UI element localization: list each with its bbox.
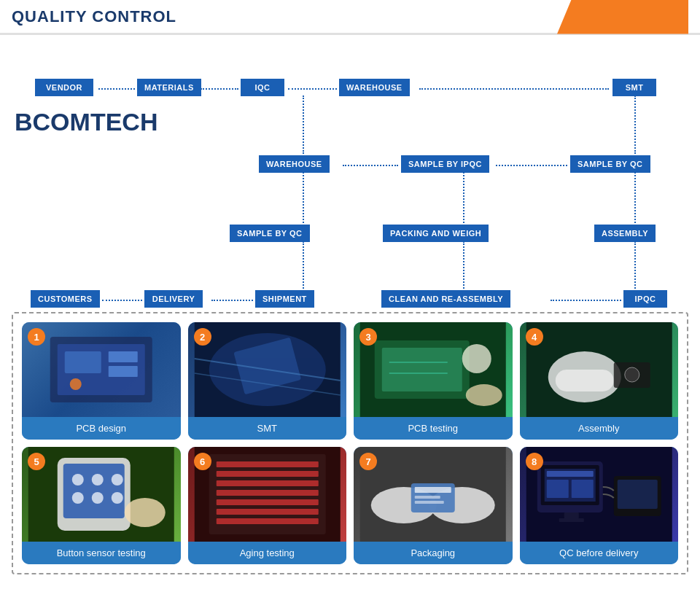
- node-assembly: ASSEMBLY: [594, 225, 656, 242]
- photo-card-smt: 2 SMT: [188, 322, 347, 440]
- svg-rect-40: [216, 509, 318, 515]
- flow-diagram: VENDOR MATERIALS IQC WAREHOUSE SMT WAREH…: [15, 50, 685, 297]
- photo-label-smt: SMT: [188, 417, 347, 440]
- photo-badge-6: 6: [194, 453, 211, 470]
- node-warehouse-top: WAREHOUSE: [339, 79, 410, 96]
- node-customers: CUSTOMERS: [31, 290, 100, 308]
- photo-label-aging: Aging testing: [188, 542, 347, 564]
- svg-rect-48: [415, 501, 444, 504]
- photo-badge-2: 2: [194, 328, 211, 346]
- svg-rect-56: [564, 512, 578, 518]
- photo-image-button-sensor: 5: [22, 447, 181, 542]
- svg-rect-38: [216, 490, 318, 496]
- photo-label-pcb-design: PCB design: [22, 417, 181, 440]
- svg-rect-53: [546, 471, 593, 477]
- photo-label-pcb-testing: PCB testing: [354, 417, 513, 440]
- photo-card-button-sensor: 5 Button sensor testing: [22, 447, 181, 564]
- svg-point-31: [112, 492, 123, 504]
- svg-point-28: [112, 474, 123, 486]
- photo-badge-8: 8: [526, 453, 543, 470]
- node-materials: MATERIALS: [137, 79, 201, 96]
- photo-badge-3: 3: [359, 328, 377, 346]
- photos-grid: 1 PCB design 2: [22, 322, 678, 564]
- photo-card-pcb-testing: 3 PCB testing: [354, 322, 513, 440]
- node-sample-ipqc: SAMPLE BY IPQC: [401, 155, 489, 173]
- header: QUALITY CONTROL: [0, 0, 700, 35]
- svg-point-29: [72, 492, 84, 504]
- photo-card-packaging: 7 Packaging: [354, 447, 513, 564]
- photo-badge-1: 1: [28, 328, 45, 346]
- photo-image-pcb-design: 1: [22, 322, 181, 417]
- photo-image-packaging: 7: [354, 447, 513, 542]
- photo-image-qc-delivery: 8: [520, 447, 679, 542]
- photo-badge-5: 5: [28, 453, 45, 470]
- node-ipqc-bottom: IPQC: [623, 290, 667, 308]
- svg-point-16: [462, 344, 491, 373]
- photo-badge-7: 7: [359, 453, 377, 470]
- node-shipment: SHIPMENT: [255, 290, 314, 308]
- svg-rect-13: [382, 348, 462, 391]
- node-delivery: DELIVERY: [144, 290, 203, 308]
- photo-label-assembly: Assembly: [520, 417, 679, 440]
- page-title: QUALITY CONTROL: [12, 7, 557, 26]
- node-sample-qc-mid: SAMPLE BY QC: [230, 225, 310, 242]
- svg-rect-57: [559, 518, 583, 522]
- photo-label-qc-delivery: QC before delivery: [520, 542, 679, 564]
- photo-image-aging: 6: [188, 447, 347, 542]
- photo-card-aging: 6 Aging testing: [188, 447, 347, 564]
- photo-image-pcb-testing: 3: [354, 322, 513, 417]
- node-packing: PACKING AND WEIGH: [383, 225, 489, 242]
- svg-point-26: [72, 474, 84, 486]
- photo-image-assembly: 4: [520, 322, 679, 417]
- svg-point-17: [466, 384, 502, 406]
- svg-point-32: [125, 498, 166, 527]
- photo-image-smt: 2: [188, 322, 347, 417]
- photo-label-packaging: Packaging: [354, 542, 513, 564]
- svg-rect-4: [109, 366, 138, 377]
- svg-rect-59: [617, 480, 657, 509]
- svg-rect-25: [63, 464, 125, 518]
- svg-rect-39: [216, 499, 318, 505]
- svg-point-5: [70, 378, 82, 390]
- svg-point-30: [92, 492, 104, 504]
- photo-label-button-sensor: Button sensor testing: [22, 542, 181, 564]
- svg-rect-36: [216, 471, 318, 477]
- svg-rect-55: [571, 480, 593, 498]
- svg-rect-47: [415, 496, 440, 499]
- photo-card-qc-delivery: 8: [520, 447, 679, 564]
- svg-rect-3: [109, 351, 138, 362]
- photo-card-assembly: 4 Assembly: [520, 322, 679, 440]
- svg-rect-37: [216, 480, 318, 486]
- svg-rect-41: [216, 518, 318, 524]
- svg-rect-46: [415, 487, 451, 493]
- header-accent-bar: [557, 0, 688, 34]
- node-sample-qc-top: SAMPLE BY QC: [570, 155, 650, 173]
- node-warehouse-mid: WAREHOUSE: [259, 155, 330, 173]
- svg-rect-54: [546, 480, 568, 498]
- node-vendor: VENDOR: [35, 79, 93, 96]
- flow-section: BCOMTECH VENDOR MATERIALS IQC WAREHOUSE …: [0, 35, 700, 305]
- photo-badge-4: 4: [526, 328, 543, 346]
- svg-point-27: [92, 474, 104, 486]
- node-smt: SMT: [612, 79, 656, 96]
- photo-card-pcb-design: 1 PCB design: [22, 322, 181, 440]
- node-clean-reassembly: CLEAN AND RE-ASSEMBLY: [381, 290, 510, 308]
- node-iqc: IQC: [241, 79, 284, 96]
- svg-rect-35: [216, 461, 318, 467]
- svg-point-22: [624, 367, 639, 382]
- svg-rect-2: [65, 351, 101, 373]
- svg-rect-20: [555, 370, 613, 391]
- photos-section: 1 PCB design 2: [12, 312, 688, 574]
